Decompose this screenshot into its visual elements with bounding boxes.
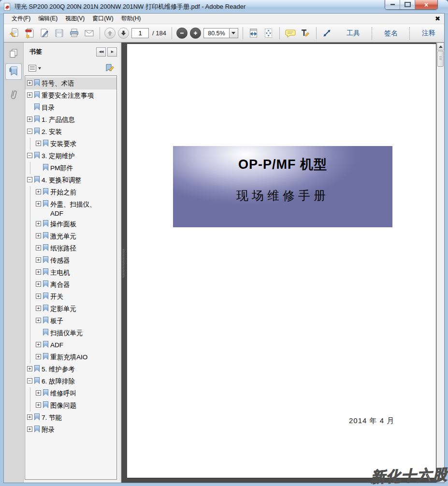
menu-edit[interactable]: 编辑(E)	[34, 14, 61, 24]
bookmark-item[interactable]: 目录	[25, 102, 116, 114]
save-button[interactable]	[53, 27, 65, 40]
toggle-plus-icon[interactable]: +	[27, 92, 32, 98]
toggle-plus-icon[interactable]: +	[36, 390, 41, 396]
toggle-plus-icon[interactable]: +	[36, 318, 41, 323]
bookmark-item[interactable]: PM部件	[25, 162, 116, 174]
sign-pane-button[interactable]: 签名	[379, 27, 403, 40]
scrollbar-thumb[interactable]	[437, 51, 444, 67]
bookmark-item[interactable]: − 3. 定期维护	[25, 150, 116, 162]
next-page-button[interactable]	[118, 28, 129, 39]
bookmark-item[interactable]: + 传感器	[25, 254, 116, 266]
email-button[interactable]	[83, 27, 95, 40]
bookmark-item[interactable]: − 4. 更换和调整	[25, 174, 116, 186]
bookmark-item[interactable]: + 附录	[25, 424, 116, 436]
toggle-minus-icon[interactable]: −	[27, 129, 32, 134]
bookmark-item[interactable]: + 重新充填AIO	[25, 351, 116, 363]
attachments-button[interactable]	[6, 87, 21, 103]
bookmark-item[interactable]: − 6. 故障排除	[25, 375, 116, 387]
open-file-button[interactable]	[8, 27, 20, 40]
page-number-input[interactable]	[131, 28, 149, 38]
highlight-text-button[interactable]	[299, 27, 312, 40]
create-pdf-button[interactable]	[23, 27, 35, 40]
reading-mode-button[interactable]	[321, 27, 333, 40]
bookmark-item[interactable]: + 7. 节能	[25, 412, 116, 424]
comment-button[interactable]	[284, 27, 297, 40]
menubar-close-icon[interactable]: ✖	[435, 15, 440, 22]
scrollbar-track[interactable]	[437, 67, 444, 475]
toggle-plus-icon[interactable]: +	[36, 201, 41, 206]
zoom-level-value[interactable]: 80.5%	[203, 28, 230, 38]
bookmark-item[interactable]: + 主电机	[25, 266, 116, 279]
collapse-panel-button[interactable]: ◀◀	[96, 47, 106, 57]
bookmark-item[interactable]: + 1. 产品信息	[25, 114, 116, 126]
toggle-plus-icon[interactable]: +	[27, 366, 32, 371]
panel-splitter[interactable]	[120, 43, 127, 483]
comment-pane-button[interactable]: 注释	[417, 27, 440, 40]
toggle-plus-icon[interactable]: +	[27, 414, 32, 420]
toggle-plus-icon[interactable]: +	[36, 402, 41, 408]
bookmark-item[interactable]: 扫描仪单元	[25, 327, 116, 339]
bookmark-item[interactable]: + 安装要求	[25, 138, 116, 150]
menu-window[interactable]: 窗口(W)	[88, 14, 117, 24]
toggle-plus-icon[interactable]: +	[27, 117, 32, 122]
bookmark-item[interactable]: + ADF	[25, 339, 116, 351]
scroll-up-button[interactable]	[437, 43, 444, 50]
maximize-button[interactable]	[400, 0, 415, 9]
bookmark-item[interactable]: + 开始之前	[25, 186, 116, 198]
toggle-plus-icon[interactable]: +	[27, 80, 32, 86]
print-button[interactable]	[68, 27, 80, 40]
toggle-plus-icon[interactable]: +	[36, 281, 41, 287]
toggle-plus-icon[interactable]: +	[36, 294, 41, 299]
menu-file[interactable]: 文件(F)	[8, 14, 34, 24]
toggle-plus-icon[interactable]: +	[36, 354, 41, 359]
fit-width-button[interactable]	[247, 27, 260, 40]
bookmark-item[interactable]: + 5. 维护参考	[25, 363, 116, 375]
bookmark-options-button[interactable]	[29, 65, 41, 72]
minimize-icon	[390, 4, 395, 5]
bookmark-item[interactable]: + 离合器	[25, 279, 116, 291]
bookmark-item[interactable]: + 定影单元	[25, 303, 116, 315]
toggle-minus-icon[interactable]: −	[27, 378, 32, 383]
previous-page-button[interactable]	[104, 28, 116, 39]
toggle-minus-icon[interactable]: −	[27, 177, 32, 182]
page-thumbnails-button[interactable]	[6, 45, 21, 61]
minimize-button[interactable]	[385, 0, 400, 9]
toggle-plus-icon[interactable]: +	[36, 245, 41, 250]
zoom-dropdown-button[interactable]	[230, 28, 238, 38]
bookmark-item[interactable]: + 外盖、扫描仪、 ADF	[25, 198, 116, 218]
bookmark-item[interactable]: + 开关	[25, 291, 116, 303]
toggle-plus-icon[interactable]: +	[36, 189, 41, 194]
toggle-plus-icon[interactable]: +	[27, 427, 32, 432]
toggle-plus-icon[interactable]: +	[36, 269, 41, 275]
menu-help[interactable]: 帮助(H)	[117, 14, 145, 24]
toggle-plus-icon[interactable]: +	[36, 342, 41, 347]
bookmarks-tab-button[interactable]	[6, 64, 21, 79]
tools-pane-button[interactable]: 工具	[342, 27, 365, 40]
menu-view[interactable]: 视图(V)	[61, 14, 88, 24]
bookmark-item[interactable]: + 重要安全注意事项	[25, 89, 116, 102]
expand-panel-button[interactable]: ▶	[107, 47, 117, 57]
new-bookmark-button[interactable]	[104, 63, 115, 73]
toggle-plus-icon[interactable]: +	[36, 306, 41, 311]
fit-page-button[interactable]	[262, 27, 275, 40]
toggle-plus-icon[interactable]: +	[36, 221, 41, 226]
close-button[interactable]: ×	[415, 0, 437, 9]
zoom-in-button[interactable]	[190, 28, 201, 39]
toggle-minus-icon[interactable]: −	[27, 153, 32, 158]
bookmark-item[interactable]: + 符号、术语	[25, 77, 116, 89]
bookmark-item[interactable]: + 维修呼叫	[25, 387, 116, 399]
bookmark-item[interactable]: + 激光单元	[25, 230, 116, 242]
vertical-scrollbar[interactable]	[436, 43, 444, 483]
bookmark-item[interactable]: − 2. 安装	[25, 126, 116, 138]
sign-document-button[interactable]	[38, 27, 50, 40]
toggle-plus-icon[interactable]: +	[36, 233, 41, 238]
toggle-plus-icon[interactable]: +	[36, 257, 41, 263]
bookmark-item[interactable]: + 图像问题	[25, 399, 116, 412]
splitter-grip-handle[interactable]	[123, 250, 125, 278]
pdf-page[interactable]: OP-P/MF 机型 现场维修手册 2014 年 4 月	[127, 44, 436, 478]
toggle-plus-icon[interactable]: +	[36, 141, 41, 146]
bookmark-item[interactable]: + 纸张路径	[25, 242, 116, 254]
zoom-out-button[interactable]	[176, 28, 188, 39]
bookmark-item[interactable]: + 操作面板	[25, 218, 116, 230]
bookmark-item[interactable]: + 板子	[25, 315, 116, 327]
